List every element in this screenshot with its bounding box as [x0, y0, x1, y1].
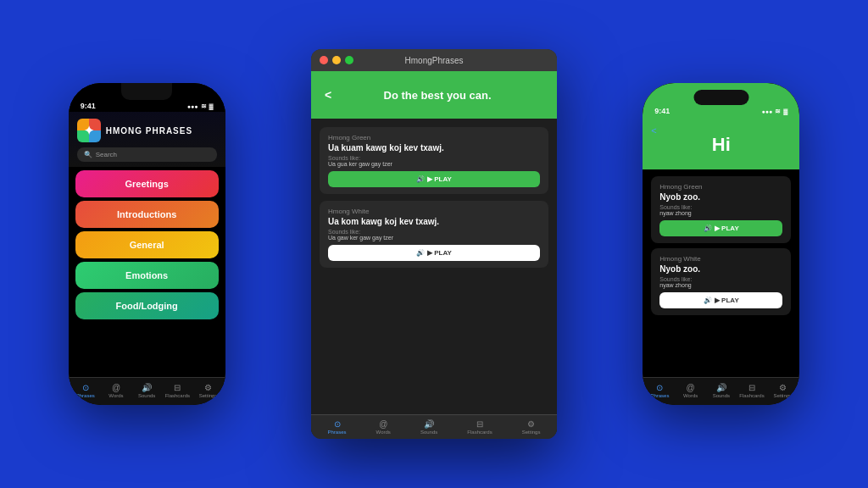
right-sounds-tab-icon: 🔊 — [716, 383, 726, 392]
right-tab-bar: ⊙ Phrases @ Words 🔊 Sounds ⊟ Flashcards … — [643, 377, 799, 405]
mac-flashcards-label: Flashcards — [467, 430, 492, 435]
right-status-icons: ●●● ≋ ▓ — [762, 108, 788, 115]
phrase-text-2: Ua kom kawg koj kev txawj. — [328, 217, 540, 226]
flashcards-tab-icon: ⊟ — [174, 383, 181, 392]
right-play-icon-1: 🔊 — [704, 225, 712, 232]
right-phrase-card-green: Hmong Green Nyob zoo. Sounds like: nyaw … — [651, 176, 791, 243]
phrase-dialect-1: Hmong Green — [328, 134, 540, 141]
left-status-icons: ●●● ≋ ▓ — [187, 103, 214, 110]
mac-content: < Do the best you can. Hmong Green Ua ku… — [311, 71, 557, 435]
left-header: HMONG PHRASES 🔍 Search — [69, 112, 225, 167]
right-back-button[interactable]: < — [651, 125, 656, 136]
right-battery-icon: ▓ — [783, 108, 787, 114]
right-dialect-1: Hmong Green — [659, 183, 782, 191]
right-wifi-icon: ≋ — [775, 108, 781, 115]
mac-back-button[interactable]: < — [325, 88, 331, 102]
category-list: Greetings Introductions General Emotions… — [69, 167, 225, 323]
phrase-dialect-2: Hmong White — [328, 208, 540, 215]
right-play-btn-white[interactable]: 🔊 ▶ PLAY — [659, 292, 782, 308]
right-tab-words[interactable]: @ Words — [676, 383, 706, 398]
tab-sounds[interactable]: 🔊 Sounds — [131, 383, 162, 398]
settings-tab-icon: ⚙ — [204, 383, 212, 392]
mac-tab-flashcards[interactable]: ⊟ Flashcards — [467, 419, 492, 435]
search-icon: 🔍 — [84, 151, 92, 158]
right-dialect-2: Hmong White — [659, 255, 782, 263]
right-words-tab-label: Words — [683, 393, 698, 398]
right-sounds-tab-label: Sounds — [713, 393, 730, 398]
right-sounds-label-1: Sounds like: — [659, 204, 782, 210]
minimize-button[interactable] — [332, 56, 341, 64]
words-tab-label: Words — [108, 393, 123, 398]
right-words-tab-icon: @ — [687, 383, 695, 392]
right-tab-flashcards[interactable]: ⊟ Flashcards — [737, 383, 767, 398]
phrase-sounds-label-2: Sounds like: — [328, 229, 540, 235]
mac-tab-words[interactable]: @ Words — [376, 419, 391, 435]
right-signal-icon: ●●● — [762, 108, 773, 114]
mac-phrases-label: Phrases — [328, 430, 347, 435]
right-text-2: Nyob zoo. — [659, 264, 782, 274]
play-button-white-2[interactable]: 🔊 ▶ PLAY — [328, 245, 540, 261]
mac-tab-settings[interactable]: ⚙ Settings — [522, 419, 541, 435]
mac-sounds-label: Sounds — [420, 430, 437, 435]
right-phrases-tab-icon: ⊙ — [656, 383, 663, 392]
left-phone-screen: 9:41 ●●● ≋ ▓ HMONG PHRASES 🔍 Search — [69, 83, 225, 405]
right-phone-screen: 9:41 ●●● ≋ ▓ < Hi Hmong Green Nyob zoo. … — [643, 83, 799, 405]
right-phrase-card-white: Hmong White Nyob zoo. Sounds like: nyaw … — [651, 248, 791, 315]
mac-tab-sounds[interactable]: 🔊 Sounds — [420, 419, 437, 435]
mac-tab-phrases[interactable]: ⊙ Phrases — [328, 419, 347, 435]
search-bar[interactable]: 🔍 Search — [77, 147, 217, 162]
play-button-green-1[interactable]: 🔊 ▶ PLAY — [328, 171, 540, 187]
notch — [121, 83, 172, 100]
close-button[interactable] — [320, 56, 328, 64]
mac-phrases-list: Hmong Green Ua kuam kawg koj kev txawj. … — [311, 119, 557, 435]
category-emotions[interactable]: Emotions — [75, 262, 219, 289]
right-play-icon-2: 🔊 — [704, 297, 712, 304]
sounds-tab-icon: 🔊 — [142, 383, 152, 392]
wifi-icon: ≋ — [201, 103, 207, 110]
mac-window: HmongPhrases < Do the best you can. Hmon… — [311, 49, 557, 439]
phrase-text-1: Ua kuam kawg koj kev txawj. — [328, 143, 540, 152]
mac-words-icon: @ — [379, 419, 387, 429]
mac-window-controls — [320, 56, 353, 64]
signal-icon: ●●● — [187, 103, 198, 109]
left-time: 9:41 — [81, 102, 96, 110]
category-food[interactable]: Food/Lodging — [75, 292, 219, 319]
right-flashcards-tab-label: Flashcards — [739, 393, 764, 398]
left-tab-bar: ⊙ Phrases @ Words 🔊 Sounds ⊟ Flashcards … — [69, 377, 225, 405]
category-general[interactable]: General — [75, 231, 219, 258]
right-phrases-tab-label: Phrases — [650, 393, 669, 398]
mac-phrases-icon: ⊙ — [334, 419, 341, 429]
tab-flashcards[interactable]: ⊟ Flashcards — [162, 383, 192, 398]
right-text-1: Nyob zoo. — [659, 192, 782, 202]
words-tab-icon: @ — [112, 383, 120, 392]
maximize-button[interactable] — [345, 56, 353, 64]
right-play-btn-green[interactable]: 🔊 ▶ PLAY — [659, 220, 782, 236]
right-tab-settings[interactable]: ⚙ Settings — [767, 383, 798, 398]
mac-sounds-icon: 🔊 — [424, 419, 434, 429]
right-settings-tab-icon: ⚙ — [779, 383, 787, 392]
right-sounds-val-1: nyaw zhong — [659, 210, 782, 216]
search-placeholder: Search — [96, 151, 117, 158]
flashcards-tab-label: Flashcards — [165, 393, 190, 398]
logo-row: HMONG PHRASES — [77, 119, 217, 142]
tab-words[interactable]: @ Words — [101, 383, 131, 398]
phrase-sounds-val-2: Ua gaw ker gaw gay tzer — [328, 235, 540, 241]
tab-phrases[interactable]: ⊙ Phrases — [70, 383, 101, 398]
phrases-tab-label: Phrases — [76, 393, 95, 398]
phrase-sounds-label-1: Sounds like: — [328, 155, 540, 161]
right-tab-phrases[interactable]: ⊙ Phrases — [644, 383, 675, 398]
mac-flashcards-icon: ⊟ — [476, 419, 483, 429]
tab-settings[interactable]: ⚙ Settings — [192, 383, 223, 398]
right-phrases-list: Hmong Green Nyob zoo. Sounds like: nyaw … — [643, 169, 799, 322]
phrase-card-green: Hmong Green Ua kuam kawg koj kev txawj. … — [320, 127, 548, 194]
right-tab-sounds[interactable]: 🔊 Sounds — [706, 383, 737, 398]
settings-tab-label: Settings — [199, 393, 218, 398]
right-sounds-label-2: Sounds like: — [659, 276, 782, 282]
right-green-header: < Hi — [643, 117, 799, 169]
right-time: 9:41 — [654, 107, 670, 115]
phrase-card-white: Hmong White Ua kom kawg koj kev txawj. S… — [320, 201, 548, 268]
category-greetings[interactable]: Greetings — [75, 170, 219, 197]
category-introductions[interactable]: Introductions — [75, 201, 219, 228]
play-icon-1: 🔊 — [416, 175, 425, 183]
phrases-tab-icon: ⊙ — [82, 383, 89, 392]
